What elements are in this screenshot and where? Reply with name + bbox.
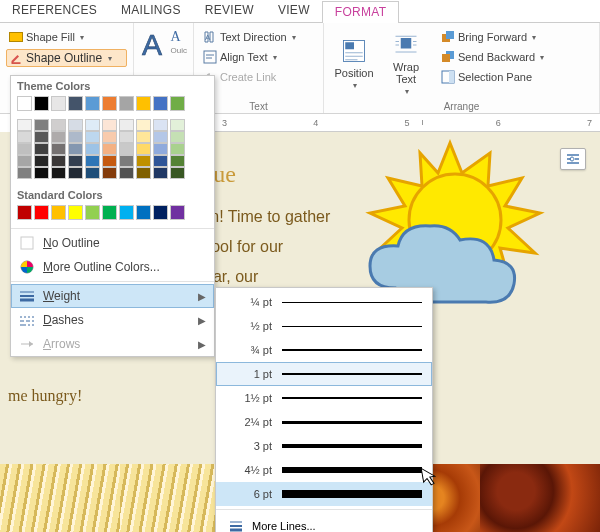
color-swatch[interactable] — [170, 96, 185, 111]
color-swatch[interactable] — [85, 96, 100, 111]
tab-review[interactable]: REVIEW — [193, 0, 266, 22]
color-swatch[interactable] — [102, 167, 117, 179]
color-swatch[interactable] — [51, 167, 66, 179]
color-swatch[interactable] — [136, 205, 151, 220]
color-swatch[interactable] — [68, 167, 83, 179]
color-swatch[interactable] — [51, 205, 66, 220]
color-swatch[interactable] — [68, 119, 83, 131]
color-swatch[interactable] — [102, 155, 117, 167]
more-outline-colors-item[interactable]: More Outline Colors... — [11, 255, 214, 279]
color-swatch[interactable] — [17, 143, 32, 155]
dashes-item[interactable]: Dashes ▶ — [11, 308, 214, 332]
color-swatch[interactable] — [17, 205, 32, 220]
color-swatch[interactable] — [34, 143, 49, 155]
align-text-button[interactable]: Align Text▾ — [200, 47, 299, 67]
color-swatch[interactable] — [85, 143, 100, 155]
color-swatch[interactable] — [68, 131, 83, 143]
weight-option[interactable]: 2¼ pt — [216, 410, 432, 434]
color-swatch[interactable] — [51, 119, 66, 131]
color-swatch[interactable] — [34, 119, 49, 131]
weight-option[interactable]: 1½ pt — [216, 386, 432, 410]
color-swatch[interactable] — [34, 96, 49, 111]
weight-option[interactable]: 3 pt — [216, 434, 432, 458]
wordart-a-icon[interactable]: A — [140, 27, 167, 67]
color-swatch[interactable] — [153, 143, 168, 155]
color-swatch[interactable] — [170, 205, 185, 220]
text-direction-button[interactable]: A Text Direction▾ — [200, 27, 299, 47]
color-swatch[interactable] — [68, 143, 83, 155]
color-swatch[interactable] — [119, 155, 134, 167]
color-swatch[interactable] — [34, 155, 49, 167]
color-swatch[interactable] — [51, 96, 66, 111]
color-swatch[interactable] — [136, 96, 151, 111]
weight-option[interactable]: 1 pt — [216, 362, 432, 386]
weight-option[interactable]: ¾ pt — [216, 338, 432, 362]
tab-mailings[interactable]: MAILINGS — [109, 0, 193, 22]
color-swatch[interactable] — [170, 155, 185, 167]
color-swatch[interactable] — [170, 131, 185, 143]
color-swatch[interactable] — [170, 143, 185, 155]
color-swatch[interactable] — [85, 119, 100, 131]
tab-references[interactable]: REFERENCES — [0, 0, 109, 22]
color-swatch[interactable] — [136, 167, 151, 179]
tab-format[interactable]: FORMAT — [322, 1, 400, 23]
color-swatch[interactable] — [85, 167, 100, 179]
color-swatch[interactable] — [153, 119, 168, 131]
color-swatch[interactable] — [68, 155, 83, 167]
color-swatch[interactable] — [51, 143, 66, 155]
color-swatch[interactable] — [17, 155, 32, 167]
color-swatch[interactable] — [102, 205, 117, 220]
color-swatch[interactable] — [68, 96, 83, 111]
color-swatch[interactable] — [153, 205, 168, 220]
color-swatch[interactable] — [102, 96, 117, 111]
weight-item[interactable]: Weight ▶ — [11, 284, 214, 308]
color-swatch[interactable] — [34, 167, 49, 179]
color-swatch[interactable] — [34, 131, 49, 143]
color-swatch[interactable] — [119, 167, 134, 179]
color-swatch[interactable] — [119, 119, 134, 131]
color-swatch[interactable] — [153, 155, 168, 167]
color-swatch[interactable] — [34, 205, 49, 220]
color-swatch[interactable] — [119, 131, 134, 143]
bring-forward-button[interactable]: Bring Forward▾ — [438, 27, 547, 47]
color-swatch[interactable] — [102, 143, 117, 155]
color-swatch[interactable] — [136, 119, 151, 131]
color-swatch[interactable] — [51, 131, 66, 143]
color-swatch[interactable] — [85, 155, 100, 167]
shape-outline-button[interactable]: Shape Outline ▾ — [6, 49, 127, 67]
color-swatch[interactable] — [85, 131, 100, 143]
color-swatch[interactable] — [17, 167, 32, 179]
color-swatch[interactable] — [85, 205, 100, 220]
color-swatch[interactable] — [119, 205, 134, 220]
weight-option[interactable]: ½ pt — [216, 314, 432, 338]
weight-option[interactable]: 6 pt — [216, 482, 432, 506]
color-swatch[interactable] — [153, 131, 168, 143]
weight-option[interactable]: 4½ pt — [216, 458, 432, 482]
layout-options-button[interactable] — [560, 148, 586, 170]
wrap-text-button[interactable]: Wrap Text▾ — [382, 27, 430, 100]
no-outline-item[interactable]: NNo Outlineo Outline — [11, 231, 214, 255]
weight-option[interactable]: ¼ pt — [216, 290, 432, 314]
color-swatch[interactable] — [17, 96, 32, 111]
color-swatch[interactable] — [136, 143, 151, 155]
send-backward-button[interactable]: Send Backward▾ — [438, 47, 547, 67]
position-button[interactable]: Position▾ — [330, 27, 378, 100]
shape-fill-button[interactable]: Shape Fill ▾ — [6, 27, 127, 47]
color-swatch[interactable] — [102, 119, 117, 131]
color-swatch[interactable] — [17, 119, 32, 131]
color-swatch[interactable] — [17, 131, 32, 143]
color-swatch[interactable] — [136, 155, 151, 167]
color-swatch[interactable] — [119, 143, 134, 155]
color-swatch[interactable] — [153, 167, 168, 179]
color-swatch[interactable] — [170, 119, 185, 131]
color-swatch[interactable] — [153, 96, 168, 111]
tab-view[interactable]: VIEW — [266, 0, 322, 22]
color-swatch[interactable] — [102, 131, 117, 143]
more-lines-item[interactable]: More Lines... — [216, 513, 432, 532]
color-swatch[interactable] — [119, 96, 134, 111]
text-fill-a-icon[interactable]: A — [171, 29, 187, 45]
color-swatch[interactable] — [68, 205, 83, 220]
selection-pane-button[interactable]: Selection Pane — [438, 67, 547, 87]
color-swatch[interactable] — [170, 167, 185, 179]
color-swatch[interactable] — [51, 155, 66, 167]
